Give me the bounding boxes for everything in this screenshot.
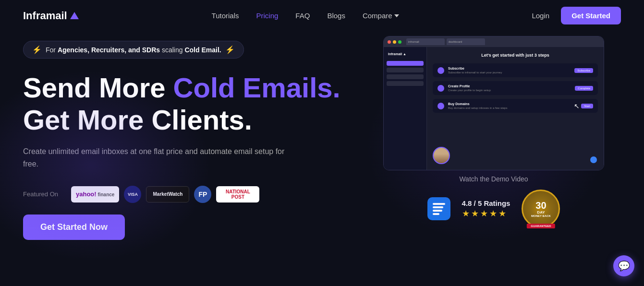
star-4: ★ (489, 208, 497, 219)
nav-right: Login Get Started (532, 7, 621, 24)
intercom-lines (429, 199, 449, 219)
hero-title: Send More Cold Emails. Get More Clients. (23, 72, 359, 136)
demo-step-text-3: Buy Domains Buy domains and setup inboxe… (448, 102, 577, 109)
navbar: Inframail Tutorials Pricing FAQ Blogs Co… (0, 0, 644, 31)
hero-title-line1-plain: Send More (23, 72, 173, 103)
demo-sidebar: Inframail ▲ (384, 47, 427, 170)
demo-step-btn-1: Subscribe (574, 68, 593, 73)
demo-step-text-1: Subscribe Subscribe to inframail to star… (448, 67, 571, 74)
demo-step-title-2: Create Profile (448, 84, 571, 88)
demo-step-title-3: Buy Domains (448, 102, 577, 106)
stars-row: ★ ★ ★ ★ ★ (462, 208, 510, 219)
bolt-icon-left: ⚡ (32, 45, 42, 54)
nav-faq[interactable]: FAQ (295, 12, 310, 20)
demo-step-sub-1: Subscribe to inframail to start your jou… (448, 71, 571, 74)
nav-pricing[interactable]: Pricing (256, 12, 279, 20)
right-section: inframail dashboard Inframail ▲ Let's ge… (378, 36, 609, 240)
demo-avatar (433, 147, 450, 164)
nav-blogs[interactable]: Blogs (327, 12, 345, 20)
fp-text: FP (198, 191, 207, 198)
yahoo-text: yahoo! finance (76, 191, 114, 198)
demo-sidebar-item-3 (387, 74, 424, 79)
featured-logos: yahoo! finance VISA MarketWatch FP NATIO… (71, 186, 259, 203)
logo-fp: FP (194, 186, 211, 203)
money-back-guarantee: MONEY BACK (531, 214, 551, 217)
intercom-line-3 (433, 210, 442, 212)
browser-tab-2: dashboard (447, 38, 485, 45)
browser-dot-yellow (393, 40, 396, 44)
intercom-badge (427, 197, 450, 220)
money-back-ribbon: GUARANTEED (527, 224, 555, 228)
demo-step-1: Subscribe Subscribe to inframail to star… (433, 63, 598, 77)
get-started-nav-button[interactable]: Get Started (561, 7, 621, 24)
badge-text: For Agencies, Recruiters, and SDRs scali… (46, 46, 221, 54)
get-started-now-button[interactable]: Get Started Now (23, 214, 125, 240)
bottom-row: 4.8 / 5 Ratings ★ ★ ★ ★ ★ 30 DAY MONEY B… (378, 190, 609, 228)
demo-video[interactable]: inframail dashboard Inframail ▲ Let's ge… (383, 36, 604, 170)
hero-title-highlight: Cold Emails. (173, 72, 340, 103)
hero-badge: ⚡ For Agencies, Recruiters, and SDRs sca… (23, 41, 244, 59)
featured-label: Featured On (23, 191, 61, 198)
demo-step-text-2: Create Profile Create your profile to be… (448, 84, 571, 92)
browser-dot-red (388, 40, 391, 44)
national-post-text: NATIONALPOST (226, 189, 250, 200)
demo-step-3: Buy Domains Buy domains and setup inboxe… (433, 99, 598, 113)
money-back-badge: 30 DAY MONEY BACK GUARANTEED (522, 190, 560, 228)
browser-dot-green (398, 40, 401, 44)
browser-bar: inframail dashboard (384, 36, 604, 47)
demo-step-title-1: Subscribe (448, 67, 571, 70)
logo-visa: VISA (124, 186, 141, 203)
star-3: ★ (480, 208, 488, 219)
demo-step-btn-3: Start (581, 104, 593, 108)
hero-title-line2: Get More Clients. (23, 104, 252, 135)
demo-step-icon-2 (437, 85, 444, 92)
intercom-line-1 (433, 203, 445, 205)
star-2: ★ (471, 208, 479, 219)
hero-subtitle: Create unlimited email inboxes at one fl… (23, 145, 292, 170)
demo-sidebar-item-1 (387, 61, 424, 66)
browser-tabs: inframail dashboard (406, 38, 485, 45)
demo-step-sub-2: Create your profile to begin setup (448, 89, 571, 92)
logo-text: Inframail (23, 10, 67, 22)
demo-main-header: Let's get started with just 3 steps (433, 53, 598, 58)
badge-highlight: Cold Email. (184, 46, 221, 54)
demo-step-btn-2: Complete (575, 86, 593, 91)
nav-links: Tutorials Pricing FAQ Blogs Compare (212, 12, 399, 20)
money-back-day-label: DAY (537, 210, 545, 214)
main-content: ⚡ For Agencies, Recruiters, and SDRs sca… (0, 31, 644, 250)
yahoo-sub: finance (97, 192, 115, 197)
badge-bold: Agencies, Recruiters, and SDRs (58, 46, 160, 54)
featured-on-section: Featured On yahoo! finance VISA MarketWa… (23, 186, 359, 203)
intercom-line-4 (433, 213, 439, 215)
star-1: ★ (462, 208, 470, 219)
logo-national-post: NATIONALPOST (216, 186, 259, 203)
login-button[interactable]: Login (532, 12, 549, 20)
demo-step-icon-1 (437, 67, 444, 74)
bolt-icon-right: ⚡ (225, 45, 235, 54)
star-5: ★ (498, 208, 506, 219)
demo-sidebar-logo: Inframail ▲ (387, 51, 424, 57)
money-back-days: 30 (535, 201, 546, 210)
demo-inner: inframail dashboard Inframail ▲ Let's ge… (384, 36, 604, 170)
marketwatch-text: MarketWatch (153, 191, 182, 197)
nav-compare[interactable]: Compare (363, 12, 399, 20)
chat-icon: 💬 (618, 260, 630, 272)
demo-step-icon-3 (437, 103, 444, 109)
demo-step-sub-3: Buy domains and setup inboxes in a few s… (448, 107, 577, 109)
demo-sidebar-item-2 (387, 68, 424, 72)
demo-sidebar-item-4 (387, 81, 424, 86)
visa-text: VISA (128, 192, 138, 197)
chat-bubble[interactable]: 💬 (613, 255, 634, 276)
cursor-icon: ↖ (574, 102, 580, 110)
nav-tutorials[interactable]: Tutorials (212, 12, 239, 20)
left-section: ⚡ For Agencies, Recruiters, and SDRs sca… (23, 36, 359, 240)
demo-body: Inframail ▲ Let's get started with just … (384, 47, 604, 170)
browser-tab-1: inframail (406, 38, 445, 45)
brand-logo[interactable]: Inframail (23, 10, 79, 22)
intercom-line-2 (433, 206, 443, 208)
cta-section: Get Started Now (23, 214, 359, 240)
demo-label[interactable]: Watch the Demo Video (459, 175, 528, 183)
chevron-down-icon (394, 14, 399, 17)
logo-marketwatch: MarketWatch (146, 186, 189, 203)
logo-triangle-icon (70, 12, 79, 19)
